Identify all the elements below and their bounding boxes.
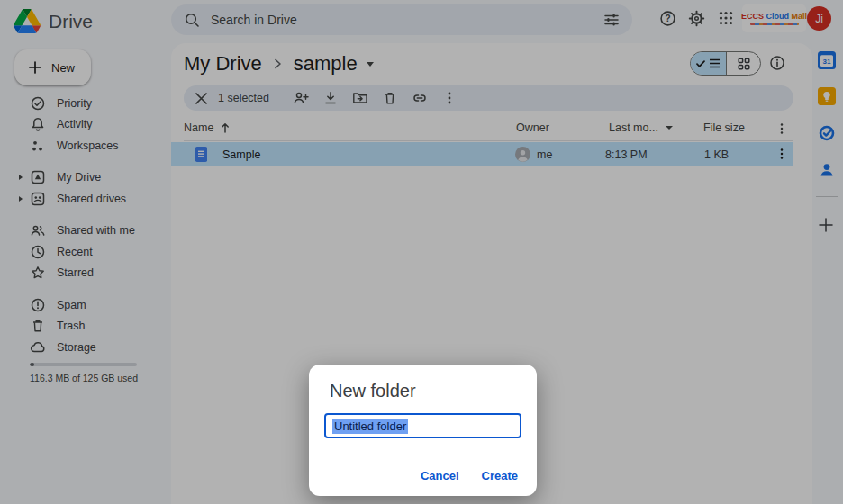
cancel-button[interactable]: Cancel — [421, 469, 459, 482]
create-button[interactable]: Create — [482, 469, 518, 482]
folder-name-input[interactable]: Untitled folder — [324, 413, 521, 438]
dialog-title: New folder — [330, 381, 416, 401]
folder-name-value: Untitled folder — [332, 418, 408, 434]
new-folder-dialog: New folder Untitled folder Cancel Create — [309, 364, 537, 496]
